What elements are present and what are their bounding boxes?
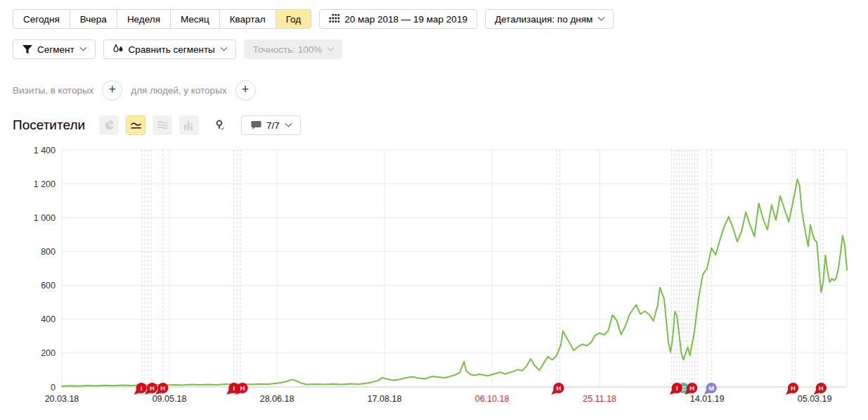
comment-bubble-icon	[251, 120, 261, 130]
visits-filter-label: Визиты, в которых	[13, 85, 93, 96]
annotation-marker-tail	[814, 390, 820, 395]
line-chart-type-button[interactable]	[126, 115, 145, 135]
annotation-marker-letter: H	[556, 384, 561, 392]
annotation-marker-circle	[228, 383, 239, 393]
annotation-marker-circle	[687, 383, 697, 393]
annotation-marker-letter: H	[150, 384, 155, 392]
map-view-button[interactable]	[210, 115, 230, 135]
annotation-marker-letter: H	[240, 384, 245, 392]
annotation-marker-letter: I	[233, 384, 235, 392]
filter-bar: Визиты, в которых + для людей, у которых…	[13, 79, 264, 101]
detalization-dropdown[interactable]: Детализация: по дням	[485, 9, 614, 29]
calendar-grid-icon	[329, 14, 339, 24]
x-axis-label: 20.03.18	[45, 394, 79, 404]
people-filter-label: для людей, у которых	[131, 85, 226, 96]
period-button-3[interactable]: Неделя	[117, 9, 171, 29]
chart-title: Посетители	[13, 117, 85, 133]
line-chart-icon	[130, 120, 142, 130]
annotation-marker-letter: C	[681, 384, 686, 392]
y-axis-label: 200	[41, 348, 56, 358]
metrica-visitors-page: СегодняВчераНеделяМесяцКварталГод 20 мар…	[0, 0, 868, 420]
annotation-marker-i[interactable]: I	[134, 383, 147, 395]
y-axis-label: 1 200	[34, 179, 56, 189]
visitors-series-line	[62, 179, 847, 386]
period-button-6[interactable]: Год	[276, 9, 312, 29]
date-range-button[interactable]: 20 мар 2018 — 19 мар 2019	[319, 9, 477, 29]
y-axis-label: 800	[41, 247, 56, 257]
period-button-4[interactable]: Месяц	[170, 9, 220, 29]
column-chart-icon	[183, 120, 195, 131]
segment-label: Сегмент	[37, 44, 75, 55]
x-axis-label: 09.05.18	[153, 394, 187, 404]
annotation-marker-letter: H	[689, 384, 694, 392]
x-axis-label: 06.10.18	[475, 394, 510, 404]
add-visit-condition-button[interactable]: +	[102, 80, 122, 101]
annotation-marker-circle	[816, 383, 827, 393]
add-people-condition-button[interactable]: +	[235, 80, 256, 101]
annotation-marker-tail	[226, 390, 233, 395]
stacked-area-icon	[157, 120, 169, 130]
period-button-5[interactable]: Квартал	[219, 9, 276, 29]
annotation-marker-circle	[238, 383, 248, 393]
x-axis-label: 17.08.18	[368, 394, 402, 404]
annotation-marker-h[interactable]: H	[235, 383, 248, 395]
annotation-marker-tail	[670, 390, 676, 395]
annotation-marker-tail	[134, 390, 141, 395]
annotation-marker-h[interactable]: H	[145, 383, 157, 395]
annotation-marker-letter: I	[141, 384, 143, 392]
chevron-down-icon	[285, 120, 292, 127]
annotation-marker-letter: H	[791, 384, 796, 392]
accuracy-label: Точность: 100%	[253, 44, 322, 55]
compare-segments-dropdown[interactable]: Сравнить сегменты	[103, 39, 236, 59]
annotation-marker-circle	[147, 383, 157, 393]
annotation-marker-circle	[553, 383, 564, 393]
annotation-marker-h[interactable]: H	[786, 383, 798, 395]
annotation-marker-tail	[145, 390, 151, 395]
annotation-marker-letter: M	[708, 384, 714, 392]
date-range-label: 20 мар 2018 — 19 мар 2019	[344, 14, 467, 25]
annotation-marker-m[interactable]: M	[704, 383, 717, 395]
annotation-marker-h[interactable]: H	[155, 383, 168, 395]
column-chart-type-button[interactable]	[179, 115, 199, 135]
annotation-marker-letter: I	[676, 384, 678, 392]
accuracy-dropdown[interactable]: Точность: 100%	[244, 39, 342, 59]
chevron-down-icon	[598, 13, 605, 20]
annotation-marker-circle	[788, 383, 798, 393]
visitors-line-chart: 02004006008001 0001 2001 40020.03.1809.0…	[0, 0, 868, 420]
period-toolbar: СегодняВчераНеделяМесяцКварталГод 20 мар…	[13, 9, 614, 29]
annotation-marker-i[interactable]: I	[226, 383, 239, 395]
period-button-2[interactable]: Вчера	[70, 9, 117, 29]
chevron-down-icon	[220, 44, 227, 51]
annotations-dropdown[interactable]: 7/7	[241, 115, 301, 135]
x-axis-label: 14.01.19	[690, 394, 725, 404]
period-selector: СегодняВчераНеделяМесяцКварталГод	[13, 9, 311, 29]
chevron-down-icon	[328, 44, 335, 51]
segment-dropdown[interactable]: Сегмент	[13, 39, 96, 59]
annotation-marker-c[interactable]: C	[678, 383, 689, 393]
annotation-marker-h[interactable]: H	[551, 383, 564, 395]
y-axis-label: 1 400	[34, 146, 56, 155]
compare-segments-label: Сравнить сегменты	[129, 44, 215, 55]
annotation-marker-tail	[685, 390, 691, 395]
annotation-marker-tail	[786, 390, 792, 395]
y-axis-label: 1 000	[34, 213, 56, 223]
stacked-area-type-button[interactable]	[153, 115, 172, 135]
y-axis-label: 600	[41, 281, 56, 291]
x-axis-label: 25.11.18	[583, 394, 616, 404]
compare-drops-icon	[113, 44, 124, 54]
annotation-marker-tail	[551, 390, 557, 395]
map-pin-icon	[214, 120, 226, 132]
annotation-marker-tail	[155, 390, 162, 395]
plus-icon: +	[109, 83, 117, 96]
y-axis-label: 400	[41, 314, 56, 324]
annotation-marker-h[interactable]: H	[685, 383, 697, 395]
annotation-marker-h[interactable]: H	[814, 383, 827, 395]
annotation-marker-letter: H	[819, 384, 824, 392]
annotation-marker-circle	[706, 383, 717, 393]
chevron-down-icon	[79, 44, 86, 51]
annotation-marker-i[interactable]: I	[670, 383, 682, 395]
pie-chart-type-button[interactable]	[99, 115, 119, 135]
annotation-marker-circle	[136, 383, 147, 393]
period-button-1[interactable]: Сегодня	[13, 9, 70, 29]
annotation-marker-letter: H	[160, 384, 165, 392]
